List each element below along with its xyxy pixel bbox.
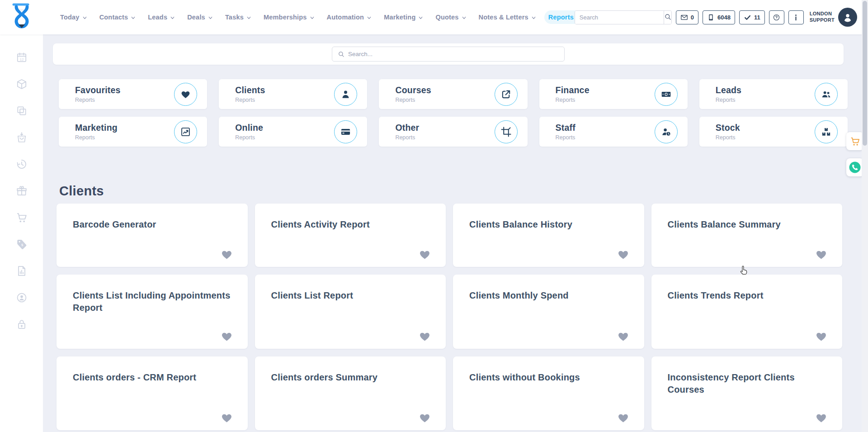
sidebar-item-cart[interactable] [16,212,28,223]
report-card-clients-orders-summary[interactable]: Clients orders Summary [255,356,446,430]
report-card-clients-list-report[interactable]: Clients List Report [255,275,446,349]
report-card-clients-orders-crm-report[interactable]: Clients orders - CRM Report [57,356,248,430]
sidebar-item-copy[interactable] [16,105,28,117]
favourite-heart-icon[interactable] [815,330,827,342]
category-subtitle: Reports [556,97,590,103]
report-card-clients-balance-history[interactable]: Clients Balance History [453,204,644,267]
report-card-clients-monthly-spend[interactable]: Clients Monthly Spend [453,275,644,349]
category-subtitle: Reports [395,134,419,141]
favourite-heart-icon[interactable] [221,330,233,342]
nav-item-marketing[interactable]: Marketing [380,10,427,24]
card-icon [334,120,357,143]
sidebar-item-report-file[interactable] [16,265,28,277]
search-icon [338,51,344,57]
sidebar-item-package[interactable] [16,78,28,90]
topbar-right: 0 6048 11 LONDON SUPPORT [575,0,857,34]
info-icon [792,14,800,21]
envelope-icon [680,14,688,21]
nav-item-deals[interactable]: Deals [183,10,217,24]
favourite-heart-icon[interactable] [815,248,827,261]
sidebar: 12$ [0,34,43,432]
category-title: Leads [716,85,741,95]
favourite-heart-icon[interactable] [419,330,431,342]
search-icon [664,13,671,22]
report-card-inconsistency-report-clients-courses[interactable]: Inconsistency Report Clients Courses [651,356,843,430]
nav-item-today[interactable]: Today [56,10,91,24]
category-subtitle: Reports [75,134,118,141]
sidebar-item-gift[interactable] [16,185,28,197]
category-card-finance[interactable]: Finance Reports [539,79,688,109]
phone-badge[interactable]: 6048 [703,10,735,24]
report-card-clients-trends-report[interactable]: Clients Trends Report [651,275,843,349]
favourite-heart-icon[interactable] [419,248,431,261]
reports-search-input[interactable] [348,51,559,57]
category-card-courses[interactable]: Courses Reports [379,79,527,109]
category-subtitle: Reports [556,134,576,141]
nav-item-quotes[interactable]: Quotes [431,10,470,24]
tasks-badge[interactable]: 11 [739,10,765,24]
topbar-search [575,10,672,24]
report-card-clients-activity-report[interactable]: Clients Activity Report [255,204,446,267]
reports-search-field [332,47,565,62]
crop-icon [495,120,518,143]
question-icon [773,14,780,21]
favourite-heart-icon[interactable] [815,412,827,424]
heart-icon [174,83,197,106]
nav-item-automation[interactable]: Automation [323,10,376,24]
report-card-clients-balance-summary[interactable]: Clients Balance Summary [651,204,843,267]
category-card-marketing[interactable]: Marketing Reports [59,117,207,147]
chevron-down-icon [367,15,372,20]
sidebar-item-lock[interactable] [16,318,28,330]
nav-item-leads[interactable]: Leads [144,10,179,24]
category-subtitle: Reports [716,97,741,103]
category-card-favourites[interactable]: Favourites Reports [59,79,207,109]
sidebar-item-shopping-bag[interactable] [16,132,28,143]
report-card-barcode-generator[interactable]: Barcode Generator [57,204,248,267]
category-card-staff[interactable]: Staff Reports [539,117,688,147]
sidebar-item-calendar-12[interactable]: 12 [16,52,28,63]
category-card-clients[interactable]: Clients Reports [219,79,367,109]
scrollbar-thumb[interactable] [863,1,867,146]
nav-item-memberships[interactable]: Memberships [259,10,319,24]
favourite-heart-icon[interactable] [221,248,233,261]
account-menu[interactable]: LONDON SUPPORT [810,8,857,27]
chevron-down-icon [462,15,467,20]
favourite-heart-icon[interactable] [419,412,431,424]
info-button[interactable] [788,10,804,24]
favourite-heart-icon[interactable] [617,412,629,424]
external-icon [495,83,518,106]
category-card-stock[interactable]: Stock Reports [699,117,848,147]
badge-count: 0 [691,14,694,21]
floating-cart-button[interactable] [846,132,863,150]
report-card-clients-list-including-appointments-report[interactable]: Clients List Including Appointments Repo… [57,275,248,349]
favourite-heart-icon[interactable] [617,248,629,261]
messages-badge[interactable]: 0 [676,10,698,24]
nav-item-label: Notes & Letters [479,14,528,21]
sidebar-item-history[interactable] [16,158,28,170]
nav-item-notes-letters[interactable]: Notes & Letters [475,10,540,24]
avatar[interactable] [838,8,857,27]
category-subtitle: Reports [395,97,431,103]
app: Today Contacts Leads Deals Tasks Members… [0,0,868,432]
category-title: Stock [716,123,740,133]
category-title: Staff [556,123,576,133]
category-title: Online [235,123,263,133]
topbar-search-input[interactable] [575,11,664,24]
svg-text:12: 12 [19,57,24,62]
category-subtitle: Reports [75,97,121,103]
report-card-clients-without-bookings[interactable]: Clients without Bookings [453,356,644,430]
sidebar-item-account[interactable] [16,292,28,304]
nav-item-tasks[interactable]: Tasks [221,10,255,24]
help-button[interactable] [769,10,784,24]
category-card-other[interactable]: Other Reports [379,117,527,147]
chevron-down-icon [418,15,423,20]
sidebar-item-price-tag[interactable]: $ [16,238,28,250]
nav-item-contacts[interactable]: Contacts [95,10,140,24]
favourite-heart-icon[interactable] [221,412,233,424]
category-card-online[interactable]: Online Reports [219,117,367,147]
app-logo-icon[interactable] [10,3,33,32]
search-button[interactable] [664,11,671,24]
category-card-leads[interactable]: Leads Reports [699,79,848,109]
floating-whatsapp-button[interactable] [846,158,863,176]
favourite-heart-icon[interactable] [617,330,629,342]
